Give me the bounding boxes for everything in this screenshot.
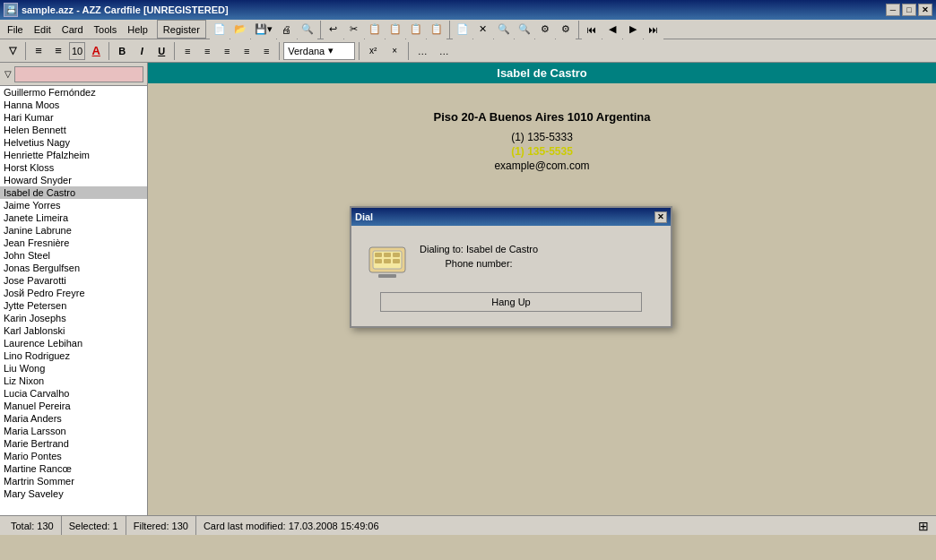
contact-josй[interactable]: Josй Pedro Freyre (0, 287, 147, 299)
align-left-button[interactable]: ≡ (178, 42, 196, 60)
tb-first[interactable]: ⏮ (582, 20, 602, 39)
contact-mary[interactable]: Mary Saveley (0, 487, 147, 500)
app-icon: 📇 (4, 3, 18, 17)
menu-help[interactable]: Help (122, 20, 153, 39)
fmt-sep-2 (108, 42, 109, 60)
maximize-button[interactable]: □ (902, 4, 916, 16)
tb-settings1[interactable]: ⚙ (535, 20, 555, 39)
contact-hanna[interactable]: Hanna Moos (0, 99, 147, 111)
tb-delete[interactable]: ✕ (473, 20, 493, 39)
contact-list[interactable]: Guillermo Fernóndez Hanna Moos Hari Kuma… (0, 86, 147, 515)
contact-isabel[interactable]: Isabel de Castro (0, 186, 147, 199)
contact-martrin[interactable]: Martrin Sommer (0, 475, 147, 487)
hang-up-button[interactable]: Hang Up (380, 292, 642, 312)
contact-liz[interactable]: Liz Nixon (0, 375, 147, 387)
tb-print[interactable]: 🖨 (277, 20, 297, 39)
tb-find[interactable]: 🔍 (298, 20, 317, 39)
italic-button[interactable]: I (133, 42, 151, 60)
contact-janine[interactable]: Janine Labrune (0, 224, 147, 237)
contact-jonas[interactable]: Jonas Bergulfsen (0, 262, 147, 274)
font-color-icon: A (92, 44, 100, 57)
filter-icon[interactable]: ▽ (4, 42, 22, 60)
contact-karin[interactable]: Karin Josephs (0, 312, 147, 324)
tb-search2[interactable]: 🔍 (515, 20, 534, 39)
tb-prev[interactable]: ◀ (602, 20, 622, 39)
contact-jytte[interactable]: Jytte Petersen (0, 299, 147, 312)
tb-paste[interactable]: 📋 (386, 20, 405, 39)
tb-search1[interactable]: 🔍 (494, 20, 514, 39)
contact-helen[interactable]: Helen Bennett (0, 124, 147, 136)
contact-janete[interactable]: Janete Limeira (0, 211, 147, 224)
menu-file[interactable]: File (2, 20, 29, 39)
tb-last[interactable]: ⏭ (644, 20, 663, 39)
contact-helvetius[interactable]: Helvetius Nagy (0, 136, 147, 149)
contact-martine[interactable]: Martine Rancœ (0, 462, 147, 475)
contact-liu[interactable]: Liu Wong (0, 362, 147, 375)
contact-lucia[interactable]: Lucia Carvalho (0, 387, 147, 400)
card-panel: Isabel de Castro Piso 20-A Buenos Aires … (148, 63, 936, 515)
contact-marie[interactable]: Marie Bertrand (0, 437, 147, 450)
fmt-extra4[interactable]: … (434, 41, 454, 61)
card-content: Piso 20-A Buenos Aires 1010 Argentina (1… (148, 83, 936, 515)
fmt-extra1[interactable]: x² (363, 41, 383, 61)
menu-edit[interactable]: Edit (29, 20, 56, 39)
contact-lino[interactable]: Lino Rodriguez (0, 349, 147, 362)
dialog-close-button[interactable]: ✕ (654, 211, 667, 223)
contact-henriette[interactable]: Henriette Pfalzheim (0, 149, 147, 161)
contact-mario[interactable]: Mario Pontes (0, 450, 147, 462)
fmt-indent-dec[interactable]: ≡ (30, 42, 48, 60)
font-name-dropdown[interactable]: Verdana ▾ (283, 42, 355, 60)
phone-svg (366, 240, 409, 283)
window-title: sample.azz - AZZ Cardfile [UNREGISTERED] (22, 4, 229, 15)
window-controls: ─ □ ✕ (886, 4, 932, 16)
contact-jose[interactable]: Jose Pavarotti (0, 274, 147, 287)
fmt-sep-3 (174, 42, 175, 60)
close-button[interactable]: ✕ (918, 4, 932, 16)
fmt-extra2[interactable]: × (385, 41, 404, 61)
register-button[interactable]: Register (157, 20, 206, 39)
contact-laurence[interactable]: Laurence Lebihan (0, 337, 147, 349)
menu-tools[interactable]: Tools (89, 20, 123, 39)
align-right-button[interactable]: ≡ (218, 42, 236, 60)
contact-karl[interactable]: Karl Jablonski (0, 324, 147, 337)
tb-copy2[interactable]: 📋 (406, 20, 426, 39)
search-input[interactable] (14, 66, 143, 82)
tb-new[interactable]: 📄 (210, 20, 230, 39)
status-modified: Card last modified: 17.03.2008 15:49:06 (196, 516, 914, 535)
contact-jean[interactable]: Jean Fresnière (0, 237, 147, 249)
fmt-sep-5 (359, 42, 360, 60)
tb-cut[interactable]: ✂ (344, 20, 364, 39)
contact-jaime[interactable]: Jaime Yorres (0, 199, 147, 211)
tb-next[interactable]: ▶ (623, 20, 643, 39)
fmt-extra3[interactable]: … (412, 41, 432, 61)
dialog-content: Dialing to: Isabel de Castro Phone numbe… (351, 226, 671, 326)
fmt-indent-inc[interactable]: ≡ (49, 42, 67, 60)
tb-settings2[interactable]: ⚙ (556, 20, 576, 39)
contact-guillermo[interactable]: Guillermo Fernóndez (0, 86, 147, 99)
list-button[interactable]: ≡ (257, 42, 275, 60)
font-size-label: 10 (72, 46, 82, 56)
contact-maria-anders[interactable]: Maria Anders (0, 412, 147, 425)
tb-new2[interactable]: 📄 (453, 20, 472, 39)
underline-button[interactable]: U (152, 42, 170, 60)
tb-undo[interactable]: ↩ (324, 20, 343, 39)
contact-horst[interactable]: Horst Kloss (0, 161, 147, 174)
contact-maria-larsson[interactable]: Maria Larsson (0, 425, 147, 437)
menu-card[interactable]: Card (56, 20, 89, 39)
tb-copy[interactable]: 📋 (365, 20, 385, 39)
toolbar-sep-1 (320, 21, 321, 39)
align-center-button[interactable]: ≡ (198, 42, 216, 60)
dialog-title: Dial (355, 211, 373, 222)
contact-manuel[interactable]: Manuel Pereira (0, 400, 147, 412)
filter-toggle[interactable]: ▽ (4, 67, 13, 82)
contact-hari[interactable]: Hari Kumar (0, 111, 147, 124)
minimize-button[interactable]: ─ (886, 4, 900, 16)
tb-paste2[interactable]: 📋 (427, 20, 446, 39)
tb-save-dropdown[interactable]: 💾▾ (251, 20, 276, 39)
justify-button[interactable]: ≡ (238, 42, 256, 60)
contact-howard[interactable]: Howard Snyder (0, 174, 147, 186)
tb-open[interactable]: 📂 (230, 20, 250, 39)
bold-button[interactable]: B (113, 42, 131, 60)
contact-john[interactable]: John Steel (0, 249, 147, 262)
font-color-button[interactable]: A (87, 42, 105, 60)
